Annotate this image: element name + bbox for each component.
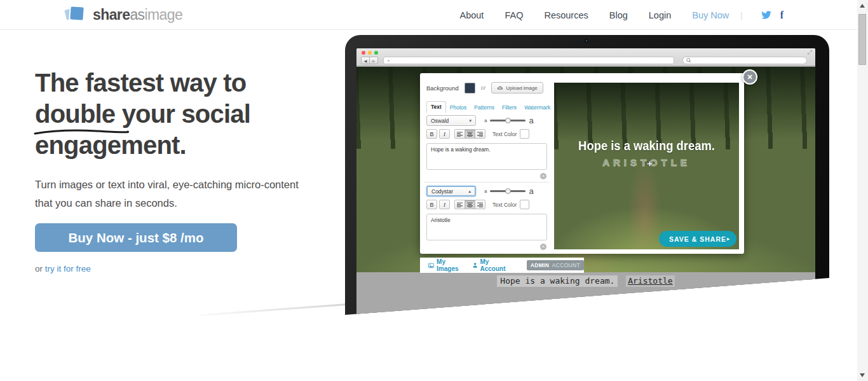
block-divider [424,182,549,183]
try-it-for-free-link[interactable]: try it for free [45,264,91,274]
embedded-caption: Hope is a waking dream. Aristotle [356,276,815,286]
plus-icon: + [387,58,390,64]
align-left-button[interactable] [454,200,465,209]
format-row-author: B I Text Color [426,200,529,209]
hero-subtext: Turn images or text into viral, eye-catc… [35,176,302,212]
browser-chrome: ⤢ ◀ ▶ + [356,48,815,66]
bold-button[interactable]: B [426,200,437,209]
forward-button[interactable]: ▶ [369,57,378,64]
bold-button[interactable]: B [426,129,437,139]
save-share-button[interactable]: SAVE & SHARE ▸ [659,231,736,247]
align-right-button[interactable] [475,200,485,209]
caption-author-link[interactable]: Aristotle [626,275,674,287]
close-window-icon[interactable] [362,51,365,55]
free-trial-line: or try it for free [35,264,91,274]
font-row-author: Codystar ▴ a a [426,186,534,197]
my-account-link[interactable]: My Account [473,258,510,272]
tab-photos[interactable]: Photos [446,102,470,113]
editor-tabs: Text Photos Patterns Filters Watermark [426,101,554,113]
text-color-swatch-author[interactable] [520,200,529,209]
laptop-screen: ⤢ ◀ ▶ + Hope is a waking dream. Aristotl… [356,48,815,316]
align-center-button[interactable] [465,129,475,139]
editor-modal: ✕ Background or Upload image Text Photos… [420,73,744,254]
tab-filters[interactable]: Filters [498,102,520,113]
font-row-quote: Oswald ▾ a a [426,115,534,126]
image-icon [428,263,434,268]
page-title: The fastest way to double your social en… [35,67,315,161]
tab-watermark[interactable]: Watermark [520,102,554,113]
remove-author-icon[interactable]: × [540,244,546,250]
logo-text: shareasimage [93,6,182,24]
font-size-slider-author[interactable] [490,190,526,192]
hand-drawn-underline [33,128,130,135]
nav-link-blog[interactable]: Blog [609,10,628,20]
shareasimage-logo-icon [65,5,86,24]
caption-quote: Hope is a waking dream. [497,275,618,287]
font-size-control-quote: a a [484,116,534,125]
align-center-button[interactable] [465,200,475,209]
resize-icon[interactable]: ⤢ [808,49,812,56]
facebook-icon[interactable]: f [780,10,783,21]
remove-quote-icon[interactable]: × [540,173,546,179]
webcam-dot [585,39,588,43]
underlined-word: double [35,99,115,130]
scrollbar-thumb[interactable] [858,14,866,65]
arrow-right-icon: ▸ [727,236,730,242]
text-color-swatch-quote[interactable] [520,129,529,139]
search-icon [686,58,691,63]
top-navbar: shareasimage About FAQ Resources Blog Lo… [0,0,857,30]
back-button[interactable]: ◀ [361,57,370,64]
author-textarea[interactable]: Aristotle [426,214,547,240]
laptop-shadow [200,303,349,316]
alignment-group [455,129,485,139]
upload-image-button[interactable]: Upload image [491,82,543,94]
account-bar: My Images My Account ADMIN ACCOUNT [420,258,584,273]
upload-icon [497,85,503,90]
tab-patterns[interactable]: Patterns [470,102,498,113]
browser-search-input[interactable] [682,57,807,64]
laptop-mockup: ⤢ ◀ ▶ + Hope is a waking dream. Aristotl… [345,35,829,316]
move-cursor-icon: ✛ [647,160,652,167]
nav-link-resources[interactable]: Resources [544,10,588,20]
user-icon [473,262,477,268]
logo[interactable]: shareasimage [65,5,182,24]
laptop-bezel: ⤢ ◀ ▶ + Hope is a waking dream. Aristotl… [345,35,829,316]
tab-text[interactable]: Text [426,101,446,113]
font-size-slider-quote[interactable] [490,120,526,121]
nav-separator: | [740,10,742,20]
scroll-down-icon[interactable] [860,373,865,377]
minimize-window-icon[interactable] [368,51,372,55]
image-preview: Hope is a waking dream. ARISTOTLE ✛ SAVE… [554,83,739,249]
admin-account-badge: ADMIN ACCOUNT [527,260,584,270]
buy-now-button[interactable]: Buy Now - just $8 /mo [35,223,237,252]
chevron-up-icon: ▴ [468,189,471,194]
align-right-button[interactable] [475,129,485,139]
slider-thumb[interactable] [505,188,511,194]
italic-button[interactable]: I [439,200,450,209]
nav-link-login[interactable]: Login [649,10,671,20]
background-color-swatch[interactable] [465,83,475,94]
format-row-quote: B I Text Color [426,129,529,139]
page-scrollbar[interactable] [857,0,868,381]
chevron-down-icon: ▾ [469,118,471,123]
nav-link-buy-now[interactable]: Buy Now [692,10,729,20]
preview-quote-text: Hope is a waking dream. [562,139,732,153]
quote-textarea[interactable]: Hope is a waking dream. [426,143,547,170]
close-icon[interactable]: ✕ [742,69,757,85]
font-select-quote[interactable]: Oswald ▾ [426,115,476,126]
zoom-window-icon[interactable] [374,51,378,55]
nav-link-faq[interactable]: FAQ [505,10,523,20]
italic-button[interactable]: I [439,129,450,139]
slider-thumb[interactable] [505,118,511,123]
my-images-link[interactable]: My Images [428,258,463,272]
align-left-button[interactable] [454,129,465,139]
scroll-up-icon[interactable] [860,4,865,8]
address-bar[interactable]: + [383,57,674,64]
twitter-icon[interactable] [761,11,771,19]
nav-link-about[interactable]: About [460,10,484,20]
background-label: Background [426,85,459,92]
font-select-author[interactable]: Codystar ▴ [426,186,476,197]
font-size-control-author: a a [484,186,534,196]
browser-nav-buttons: ◀ ▶ [361,57,378,64]
nav-links: About FAQ Resources Blog Login Buy Now |… [439,0,784,30]
